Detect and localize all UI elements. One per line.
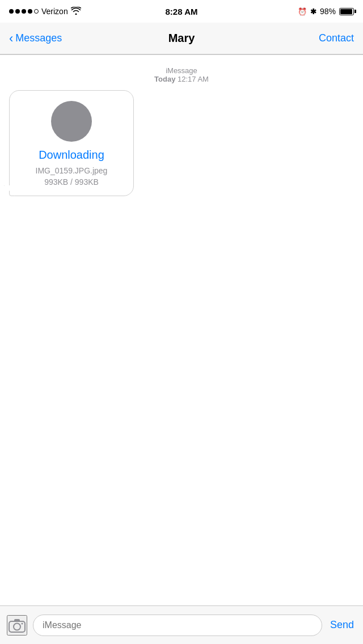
signal-dot-1 [9, 9, 14, 14]
signal-dot-5 [34, 9, 39, 14]
bluetooth-icon: ✱ [310, 7, 316, 16]
contact-button[interactable]: Contact [319, 32, 354, 44]
nav-title: Mary [168, 32, 195, 45]
timestamp-text: Today 12:17 AM [9, 75, 354, 83]
battery-fill [340, 9, 352, 14]
wifi-icon [71, 7, 81, 16]
signal-dot-2 [15, 9, 20, 14]
back-button[interactable]: ‹ Messages [9, 32, 62, 45]
svg-rect-2 [14, 619, 20, 622]
message-area: iMessage Today 12:17 AM Downloading IMG_… [0, 55, 363, 605]
send-button[interactable]: Send [328, 619, 356, 631]
battery-percent: 98% [320, 7, 336, 16]
svg-point-1 [14, 623, 20, 630]
carrier-label: Verizon [41, 7, 68, 16]
svg-point-3 [22, 622, 23, 624]
status-left: Verizon [9, 7, 81, 16]
status-time: 8:28 AM [166, 7, 198, 16]
camera-button[interactable] [7, 615, 27, 635]
camera-icon [9, 618, 26, 633]
nav-bar: ‹ Messages Mary Contact [0, 23, 363, 54]
downloading-label: Downloading [39, 149, 104, 162]
signal-dot-3 [22, 9, 26, 14]
timestamp-time: 12:17 AM [178, 75, 209, 83]
signal-dots [9, 9, 39, 14]
back-label: Messages [15, 32, 62, 44]
message-input[interactable] [33, 615, 322, 636]
input-bar: Send [0, 605, 363, 644]
timestamp-block: iMessage Today 12:17 AM [9, 66, 354, 83]
filename-label: IMG_0159.JPG.jpeg [36, 166, 108, 175]
filesize-label: 993KB / 993KB [44, 177, 99, 187]
back-chevron-icon: ‹ [9, 32, 13, 45]
message-bubble[interactable]: Downloading IMG_0159.JPG.jpeg 993KB / 99… [9, 90, 134, 196]
status-bar: Verizon 8:28 AM ⏰ ✱ 98% [0, 0, 363, 23]
signal-dot-4 [28, 9, 32, 14]
status-right: ⏰ ✱ 98% [298, 7, 354, 16]
download-progress-circle [51, 101, 92, 142]
bubble-content: Downloading IMG_0159.JPG.jpeg 993KB / 99… [22, 101, 121, 187]
message-row: Downloading IMG_0159.JPG.jpeg 993KB / 99… [9, 90, 354, 196]
service-label: iMessage [9, 66, 354, 75]
timestamp-prefix: Today [154, 75, 175, 83]
battery-icon [339, 8, 354, 15]
alarm-icon: ⏰ [298, 7, 307, 16]
